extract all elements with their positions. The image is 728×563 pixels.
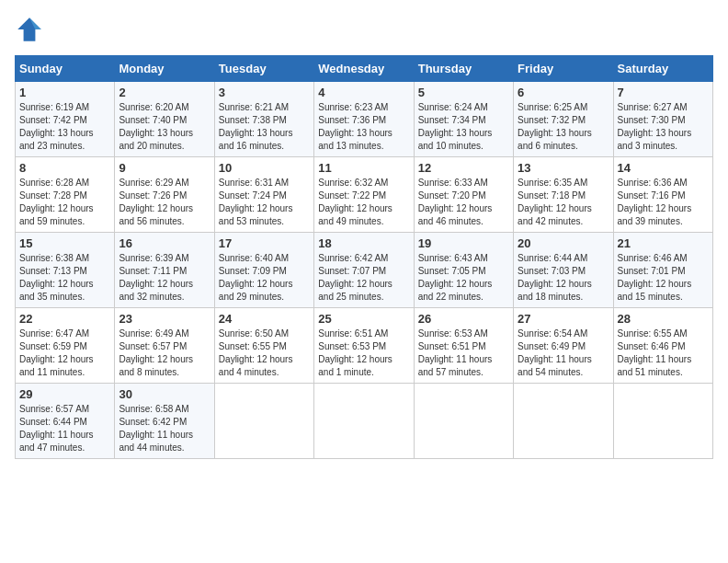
day-number: 27 [518,312,609,326]
day-info: Sunrise: 6:20 AM Sunset: 7:40 PM Dayligh… [119,101,210,153]
day-number: 14 [618,161,709,175]
day-number: 3 [219,86,310,99]
calendar-table: SundayMondayTuesdayWednesdayThursdayFrid… [15,55,713,459]
day-info: Sunrise: 6:31 AM Sunset: 7:24 PM Dayligh… [219,177,310,228]
day-info: Sunrise: 6:42 AM Sunset: 7:07 PM Dayligh… [318,252,409,304]
calendar-cell: 25Sunrise: 6:51 AM Sunset: 6:53 PM Dayli… [314,308,414,384]
day-info: Sunrise: 6:36 AM Sunset: 7:16 PM Dayligh… [618,177,709,228]
day-number: 21 [618,236,709,250]
calendar-cell: 24Sunrise: 6:50 AM Sunset: 6:55 PM Dayli… [214,308,313,384]
calendar-cell: 6Sunrise: 6:25 AM Sunset: 7:32 PM Daylig… [514,82,613,157]
calendar-cell: 23Sunrise: 6:49 AM Sunset: 6:57 PM Dayli… [115,308,214,384]
day-info: Sunrise: 6:24 AM Sunset: 7:34 PM Dayligh… [418,101,509,153]
day-of-week-header: Tuesday [214,56,313,82]
calendar-cell [214,384,313,459]
calendar-week-row: 8Sunrise: 6:28 AM Sunset: 7:28 PM Daylig… [16,157,713,233]
day-number: 10 [219,161,310,175]
day-info: Sunrise: 6:49 AM Sunset: 6:57 PM Dayligh… [119,327,210,379]
day-info: Sunrise: 6:23 AM Sunset: 7:36 PM Dayligh… [318,101,409,153]
day-info: Sunrise: 6:58 AM Sunset: 6:42 PM Dayligh… [119,403,210,454]
calendar-cell: 30Sunrise: 6:58 AM Sunset: 6:42 PM Dayli… [115,384,214,459]
day-number: 19 [418,236,509,250]
calendar-cell: 9Sunrise: 6:29 AM Sunset: 7:26 PM Daylig… [115,157,214,233]
day-of-week-header: Friday [514,56,613,82]
calendar-cell: 11Sunrise: 6:32 AM Sunset: 7:22 PM Dayli… [314,157,414,233]
day-of-week-header: Saturday [613,56,712,82]
calendar-cell: 18Sunrise: 6:42 AM Sunset: 7:07 PM Dayli… [314,233,414,308]
calendar-cell: 10Sunrise: 6:31 AM Sunset: 7:24 PM Dayli… [214,157,313,233]
day-number: 2 [119,86,210,99]
calendar-cell: 15Sunrise: 6:38 AM Sunset: 7:13 PM Dayli… [16,233,115,308]
calendar-week-row: 1Sunrise: 6:19 AM Sunset: 7:42 PM Daylig… [16,82,713,157]
calendar-cell: 16Sunrise: 6:39 AM Sunset: 7:11 PM Dayli… [115,233,214,308]
day-number: 4 [318,86,409,99]
day-info: Sunrise: 6:47 AM Sunset: 6:59 PM Dayligh… [19,327,110,379]
calendar-cell: 14Sunrise: 6:36 AM Sunset: 7:16 PM Dayli… [613,157,712,233]
day-number: 13 [518,161,609,175]
day-info: Sunrise: 6:46 AM Sunset: 7:01 PM Dayligh… [618,252,709,304]
calendar-cell: 8Sunrise: 6:28 AM Sunset: 7:28 PM Daylig… [16,157,115,233]
calendar-cell [613,384,712,459]
day-number: 8 [19,161,110,175]
calendar-cell [314,384,414,459]
calendar-week-row: 22Sunrise: 6:47 AM Sunset: 6:59 PM Dayli… [16,308,713,384]
calendar-cell [414,384,513,459]
day-info: Sunrise: 6:50 AM Sunset: 6:55 PM Dayligh… [219,327,310,379]
day-info: Sunrise: 6:44 AM Sunset: 7:03 PM Dayligh… [518,252,609,304]
calendar-cell: 2Sunrise: 6:20 AM Sunset: 7:40 PM Daylig… [115,82,214,157]
day-info: Sunrise: 6:25 AM Sunset: 7:32 PM Dayligh… [518,101,609,153]
day-number: 1 [19,86,110,99]
logo [15,15,48,44]
day-number: 16 [119,236,210,250]
calendar-cell: 5Sunrise: 6:24 AM Sunset: 7:34 PM Daylig… [414,82,513,157]
day-info: Sunrise: 6:27 AM Sunset: 7:30 PM Dayligh… [618,101,709,153]
day-number: 22 [19,312,110,326]
calendar-cell: 20Sunrise: 6:44 AM Sunset: 7:03 PM Dayli… [514,233,613,308]
calendar-cell: 28Sunrise: 6:55 AM Sunset: 6:46 PM Dayli… [613,308,712,384]
day-info: Sunrise: 6:43 AM Sunset: 7:05 PM Dayligh… [418,252,509,304]
day-number: 24 [219,312,310,326]
day-info: Sunrise: 6:57 AM Sunset: 6:44 PM Dayligh… [19,403,110,454]
calendar-cell: 3Sunrise: 6:21 AM Sunset: 7:38 PM Daylig… [214,82,313,157]
day-number: 11 [318,161,409,175]
day-number: 15 [19,236,110,250]
day-info: Sunrise: 6:54 AM Sunset: 6:49 PM Dayligh… [518,327,609,379]
day-info: Sunrise: 6:40 AM Sunset: 7:09 PM Dayligh… [219,252,310,304]
calendar-cell: 7Sunrise: 6:27 AM Sunset: 7:30 PM Daylig… [613,82,712,157]
day-of-week-header: Monday [115,56,214,82]
day-number: 18 [318,236,409,250]
day-info: Sunrise: 6:55 AM Sunset: 6:46 PM Dayligh… [618,327,709,379]
calendar-cell: 27Sunrise: 6:54 AM Sunset: 6:49 PM Dayli… [514,308,613,384]
day-number: 28 [618,312,709,326]
day-number: 23 [119,312,210,326]
logo-icon [15,15,44,44]
calendar-cell: 12Sunrise: 6:33 AM Sunset: 7:20 PM Dayli… [414,157,513,233]
calendar-cell [514,384,613,459]
page-header [15,15,713,44]
calendar-cell: 1Sunrise: 6:19 AM Sunset: 7:42 PM Daylig… [16,82,115,157]
day-info: Sunrise: 6:21 AM Sunset: 7:38 PM Dayligh… [219,101,310,153]
day-info: Sunrise: 6:19 AM Sunset: 7:42 PM Dayligh… [19,101,110,153]
day-number: 17 [219,236,310,250]
calendar-cell: 21Sunrise: 6:46 AM Sunset: 7:01 PM Dayli… [613,233,712,308]
day-number: 5 [418,86,509,99]
day-of-week-header: Thursday [414,56,513,82]
day-info: Sunrise: 6:39 AM Sunset: 7:11 PM Dayligh… [119,252,210,304]
day-of-week-header: Sunday [16,56,115,82]
day-info: Sunrise: 6:32 AM Sunset: 7:22 PM Dayligh… [318,177,409,228]
day-info: Sunrise: 6:51 AM Sunset: 6:53 PM Dayligh… [318,327,409,379]
day-info: Sunrise: 6:53 AM Sunset: 6:51 PM Dayligh… [418,327,509,379]
calendar-cell: 13Sunrise: 6:35 AM Sunset: 7:18 PM Dayli… [514,157,613,233]
day-number: 20 [518,236,609,250]
calendar-cell: 26Sunrise: 6:53 AM Sunset: 6:51 PM Dayli… [414,308,513,384]
calendar-week-row: 15Sunrise: 6:38 AM Sunset: 7:13 PM Dayli… [16,233,713,308]
day-number: 9 [119,161,210,175]
day-number: 12 [418,161,509,175]
day-number: 6 [518,86,609,99]
day-info: Sunrise: 6:28 AM Sunset: 7:28 PM Dayligh… [19,177,110,228]
calendar-cell: 4Sunrise: 6:23 AM Sunset: 7:36 PM Daylig… [314,82,414,157]
calendar-cell: 29Sunrise: 6:57 AM Sunset: 6:44 PM Dayli… [16,384,115,459]
day-number: 25 [318,312,409,326]
day-number: 26 [418,312,509,326]
days-header-row: SundayMondayTuesdayWednesdayThursdayFrid… [16,56,713,82]
